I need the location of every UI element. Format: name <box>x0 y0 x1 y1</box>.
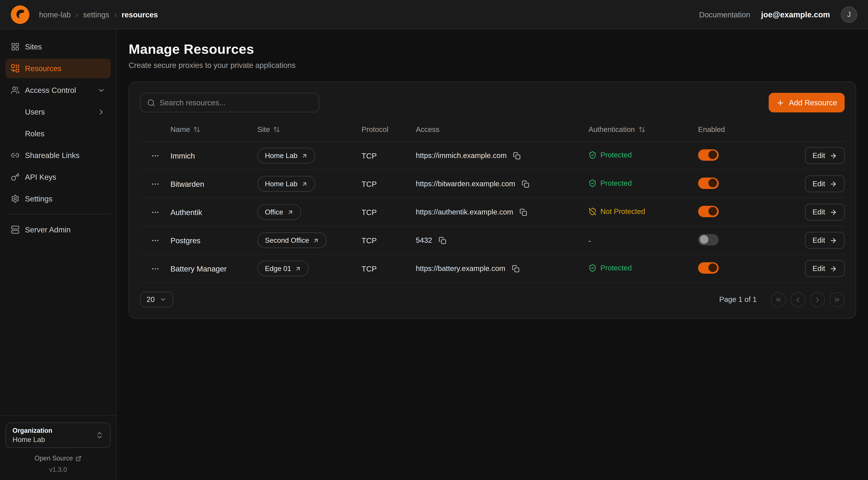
previous-page-button[interactable] <box>790 292 806 307</box>
breadcrumb-resources[interactable]: resources <box>122 10 158 19</box>
enabled-toggle[interactable] <box>698 149 719 160</box>
sidebar-item-label: Users <box>25 108 45 116</box>
sidebar-item-api-keys[interactable]: API Keys <box>5 167 111 187</box>
sidebar-item-label: Settings <box>25 194 53 203</box>
user-email[interactable]: joe@example.com <box>761 10 830 19</box>
sort-icon <box>638 126 645 133</box>
ellipsis-icon <box>151 151 160 160</box>
table-header: Name Site Protocol Access Authenticati <box>140 118 845 142</box>
add-resource-button[interactable]: Add Resource <box>769 93 845 112</box>
open-source-label: Open Source <box>35 454 73 462</box>
toggle-knob <box>708 263 717 272</box>
breadcrumb-separator: › <box>114 10 117 19</box>
column-label: Access <box>416 125 439 133</box>
protocol-value: TCP <box>362 180 416 188</box>
pagination: Page 1 of 1 <box>719 292 845 307</box>
sidebar-item-shareable-links[interactable]: Shareable Links <box>5 146 111 165</box>
page-size-select[interactable]: 20 <box>140 292 173 307</box>
site-link-button[interactable]: Edge 01 <box>257 261 309 276</box>
arrow-right-icon <box>830 208 837 216</box>
copy-icon <box>513 152 521 159</box>
access-url: 5432 <box>416 236 432 244</box>
arrow-right-icon <box>830 152 837 159</box>
auth-status: Protected <box>588 179 632 187</box>
row-actions-button[interactable] <box>149 206 162 219</box>
page-subtitle: Create secure proxies to your private ap… <box>129 61 856 69</box>
column-protocol: Protocol <box>362 125 416 133</box>
row-actions-button[interactable] <box>149 234 162 247</box>
column-label: Authentication <box>588 125 635 133</box>
access-url: https://battery.example.com <box>416 264 505 273</box>
edit-button[interactable]: Edit <box>805 260 845 277</box>
ellipsis-icon <box>151 180 160 188</box>
edit-button[interactable]: Edit <box>805 147 845 164</box>
copy-icon <box>439 237 446 244</box>
sort-icon <box>273 126 280 133</box>
enabled-toggle[interactable] <box>698 234 719 245</box>
copy-button[interactable] <box>521 179 530 189</box>
topbar-right: Documentation joe@example.com J <box>699 6 857 23</box>
column-name[interactable]: Name <box>170 125 257 133</box>
site-name: Home Lab <box>265 151 298 160</box>
protocol-value: TCP <box>362 236 416 245</box>
edit-button[interactable]: Edit <box>805 175 845 192</box>
edit-button[interactable]: Edit <box>805 232 845 249</box>
protocol-value: TCP <box>362 264 416 273</box>
link-icon <box>11 151 20 160</box>
enabled-toggle[interactable] <box>698 206 719 217</box>
site-link-button[interactable]: Office <box>257 204 301 220</box>
sidebar-bottom: Organization Home Lab Open Source v1.3.0 <box>0 415 116 480</box>
site-link-button[interactable]: Home Lab <box>257 148 315 163</box>
organization-selector[interactable]: Organization Home Lab <box>5 422 111 448</box>
copy-button[interactable] <box>437 236 447 245</box>
shield-check-icon <box>588 179 596 187</box>
shield-off-icon <box>588 207 596 215</box>
protocol-value: TCP <box>362 151 416 160</box>
table-footer: 20 Page 1 of 1 <box>140 292 845 307</box>
site-link-button[interactable]: Second Office <box>257 232 327 248</box>
sidebar-item-label: Shareable Links <box>25 151 80 160</box>
sidebar-item-users[interactable]: Users <box>5 102 111 122</box>
copy-button[interactable] <box>512 151 522 160</box>
copy-button[interactable] <box>519 207 528 217</box>
app-logo-icon[interactable] <box>11 5 29 24</box>
column-site[interactable]: Site <box>257 125 362 133</box>
sidebar-item-settings[interactable]: Settings <box>5 189 111 209</box>
sidebar-item-server-admin[interactable]: Server Admin <box>5 220 111 239</box>
first-page-button[interactable] <box>771 292 786 307</box>
copy-icon <box>512 265 519 272</box>
row-actions-button[interactable] <box>149 149 162 162</box>
sidebar-item-access-control[interactable]: Access Control <box>5 80 111 100</box>
enabled-toggle[interactable] <box>698 177 719 189</box>
search-input[interactable] <box>160 98 312 107</box>
table-row: Bitwarden Home Lab TCP https://bitwarden… <box>140 170 845 198</box>
edit-button[interactable]: Edit <box>805 204 845 220</box>
enabled-toggle[interactable] <box>698 262 719 273</box>
resource-name: Immich <box>170 151 257 160</box>
sidebar-item-roles[interactable]: Roles <box>5 124 111 143</box>
edit-label: Edit <box>812 180 825 188</box>
edit-label: Edit <box>812 236 825 244</box>
copy-button[interactable] <box>510 264 520 273</box>
auth-label: Protected <box>600 151 632 159</box>
documentation-link[interactable]: Documentation <box>699 10 750 19</box>
sidebar-item-resources[interactable]: Resources <box>5 59 111 78</box>
breadcrumb-settings[interactable]: settings <box>83 10 109 19</box>
row-actions-button[interactable] <box>149 177 162 190</box>
search-icon <box>147 99 155 107</box>
sidebar-item-sites[interactable]: Sites <box>5 37 111 57</box>
chevron-left-icon <box>794 296 802 303</box>
chevron-right-icon <box>97 108 105 116</box>
row-actions-button[interactable] <box>149 262 162 275</box>
sidebar-divider <box>6 214 110 214</box>
next-page-button[interactable] <box>810 292 825 307</box>
site-link-button[interactable]: Home Lab <box>257 176 315 192</box>
open-source-link[interactable]: Open Source <box>5 454 111 462</box>
site-name: Edge 01 <box>265 264 291 273</box>
last-page-button[interactable] <box>830 292 845 307</box>
edit-label: Edit <box>812 208 825 216</box>
breadcrumb-home-lab[interactable]: home-lab <box>39 10 71 19</box>
server-icon <box>11 226 20 234</box>
avatar[interactable]: J <box>841 6 857 23</box>
column-authentication[interactable]: Authentication <box>588 125 698 133</box>
